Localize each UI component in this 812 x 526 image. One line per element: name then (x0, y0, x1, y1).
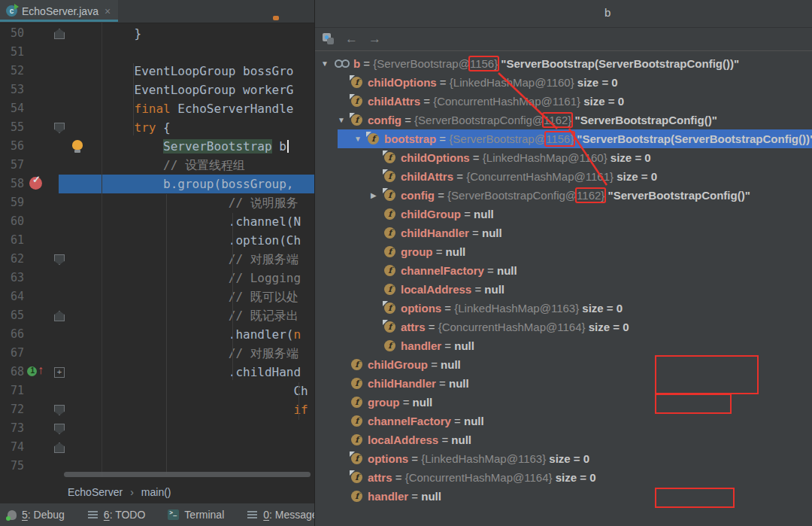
var-row-group[interactable]: fgroup = null (315, 242, 812, 261)
horizontal-scrollbar[interactable] (64, 472, 311, 477)
code-line-56[interactable]: 56 ServerBootstrap b (0, 137, 314, 156)
var-row-b[interactable]: ▼b = {ServerBootstrap@1156} "ServerBoots… (315, 54, 812, 73)
code-line-50[interactable]: 50 } (0, 24, 314, 43)
code-line-54[interactable]: 54 final EchoServerHandle (0, 99, 314, 118)
variable-text: childHandler = null (368, 377, 469, 390)
gutter[interactable]: 71 (0, 382, 102, 400)
code-line-73[interactable]: 73 (0, 419, 314, 438)
fold-marker-icon[interactable] (54, 424, 65, 434)
code-line-51[interactable]: 51 (0, 43, 314, 62)
fold-marker-icon[interactable]: + (54, 367, 65, 378)
code-line-60[interactable]: 60 .channel(N (0, 212, 314, 231)
var-row-childHandler[interactable]: fchildHandler = null (315, 374, 812, 393)
gutter[interactable]: 72 (0, 400, 102, 419)
var-row-childGroup[interactable]: fchildGroup = null (315, 205, 812, 223)
code-line-68[interactable]: 68+ .childHand (0, 363, 314, 382)
var-row-attrs[interactable]: fattrs = {ConcurrentHashMap@1164} size =… (315, 468, 812, 487)
gutter[interactable]: 51 (0, 43, 102, 62)
var-row-handler[interactable]: fhandler = null (315, 336, 812, 355)
fold-marker-icon[interactable] (54, 405, 65, 415)
statusbar-todo[interactable]: 6: TODO (87, 509, 146, 521)
var-row-config[interactable]: ▶fconfig = {ServerBootstrapConfig@1162} … (315, 186, 812, 205)
code-line-62[interactable]: 62 // 对服务端 (0, 250, 314, 269)
gutter[interactable]: 61 (0, 231, 102, 250)
statusbar-terminal[interactable]: >_Terminal (168, 509, 224, 521)
execution-marker-icon[interactable] (27, 365, 45, 379)
gutter[interactable]: 68+ (0, 363, 102, 382)
var-row-childHandler[interactable]: fchildHandler = null (315, 223, 812, 242)
gutter[interactable]: 63 (0, 269, 102, 287)
forward-arrow-icon[interactable]: → (368, 32, 381, 45)
back-arrow-icon[interactable]: ← (345, 32, 358, 45)
gutter[interactable]: 67 (0, 344, 102, 363)
code-line-55[interactable]: 55 try { (0, 118, 314, 137)
var-row-handler[interactable]: fhandler = null (315, 487, 812, 506)
code-editor[interactable]: 50 }5152 EventLoopGroup bossGro53 EventL… (0, 23, 314, 479)
gutter[interactable]: 50 (0, 24, 102, 43)
code-line-61[interactable]: 61 .option(Ch (0, 231, 314, 250)
popup-title-bar[interactable]: b (315, 0, 812, 28)
code-line-72[interactable]: 72 if (0, 400, 314, 419)
view-options-icon[interactable] (323, 33, 335, 45)
var-row-bootstrap[interactable]: ▼fbootstrap = {ServerBootstrap@1156} "Se… (315, 129, 812, 148)
var-row-config[interactable]: ▼fconfig = {ServerBootstrapConfig@1162} … (315, 111, 812, 129)
code-line-67[interactable]: 67 // 对服务端 (0, 344, 314, 363)
code-line-58[interactable]: 58 b.group(bossGroup, (0, 175, 314, 193)
code-line-59[interactable]: 59 // 说明服务 (0, 193, 314, 212)
gutter[interactable]: 52 (0, 62, 102, 81)
expander-icon[interactable]: ▼ (321, 59, 335, 68)
var-row-childAttrs[interactable]: fchildAttrs = {ConcurrentHashMap@1161} s… (315, 167, 812, 186)
expander-icon[interactable]: ▼ (338, 116, 351, 124)
code-line-65[interactable]: 65 // 既记录出 (0, 306, 314, 325)
fold-marker-icon[interactable] (54, 254, 65, 265)
gutter[interactable]: 66 (0, 325, 102, 344)
code-line-71[interactable]: 71 Ch (0, 382, 314, 400)
expander-icon[interactable]: ▼ (354, 135, 368, 143)
gutter[interactable]: 54 (0, 99, 102, 118)
statusbar-messages[interactable]: 0: Messages (247, 509, 323, 521)
gutter[interactable]: 57 (0, 156, 102, 175)
gutter[interactable]: 64 (0, 287, 102, 306)
gutter[interactable]: 58 (0, 175, 102, 193)
var-row-childOptions[interactable]: fchildOptions = {LinkedHashMap@1160} siz… (315, 73, 812, 92)
statusbar-debug[interactable]: 5: Debug (8, 509, 65, 521)
var-row-childGroup[interactable]: fchildGroup = null (315, 355, 812, 374)
var-row-localAddress[interactable]: flocalAddress = null (315, 280, 812, 299)
code-line-74[interactable]: 74 (0, 438, 314, 457)
code-line-53[interactable]: 53 EventLoopGroup workerG (0, 81, 314, 99)
breakpoint-icon[interactable] (29, 177, 42, 190)
tab-close-icon[interactable]: × (105, 5, 111, 17)
var-row-localAddress[interactable]: flocalAddress = null (315, 430, 812, 449)
intention-bulb-icon[interactable] (72, 140, 83, 150)
gutter[interactable]: 62 (0, 250, 102, 269)
var-row-attrs[interactable]: fattrs = {ConcurrentHashMap@1164} size =… (315, 318, 812, 336)
code-line-64[interactable]: 64 // 既可以处 (0, 287, 314, 306)
gutter[interactable]: 74 (0, 438, 102, 457)
gutter[interactable]: 56 (0, 137, 102, 156)
var-row-childOptions[interactable]: fchildOptions = {LinkedHashMap@1160} siz… (315, 148, 812, 167)
breadcrumb-class[interactable]: EchoServer (68, 486, 123, 498)
gutter[interactable]: 60 (0, 212, 102, 231)
gutter[interactable]: 55 (0, 118, 102, 137)
code-line-63[interactable]: 63 // Logging (0, 269, 314, 287)
fold-marker-icon[interactable] (54, 311, 65, 321)
var-row-childAttrs[interactable]: fchildAttrs = {ConcurrentHashMap@1161} s… (315, 92, 812, 111)
var-row-group[interactable]: fgroup = null (315, 393, 812, 412)
code-line-66[interactable]: 66 .handler(n (0, 325, 314, 344)
gutter[interactable]: 53 (0, 81, 102, 99)
tab-echoserver-java[interactable]: c EchoServer.java × (0, 0, 118, 22)
var-row-options[interactable]: foptions = {LinkedHashMap@1163} size = 0 (315, 449, 812, 468)
expander-icon[interactable]: ▶ (371, 191, 384, 199)
gutter[interactable]: 73 (0, 419, 102, 438)
fold-marker-icon[interactable] (54, 442, 65, 453)
var-row-channelFactory[interactable]: fchannelFactory = null (315, 261, 812, 280)
var-row-options[interactable]: foptions = {LinkedHashMap@1163} size = 0 (315, 299, 812, 318)
fold-marker-icon[interactable] (54, 29, 65, 39)
gutter[interactable]: 65 (0, 306, 102, 325)
fold-marker-icon[interactable] (54, 123, 65, 133)
code-line-52[interactable]: 52 EventLoopGroup bossGro (0, 62, 314, 81)
breadcrumb-method[interactable]: main() (141, 486, 171, 498)
gutter[interactable]: 59 (0, 193, 102, 212)
var-row-channelFactory[interactable]: fchannelFactory = null (315, 412, 812, 430)
code-line-57[interactable]: 57 // 设置线程组 (0, 156, 314, 175)
